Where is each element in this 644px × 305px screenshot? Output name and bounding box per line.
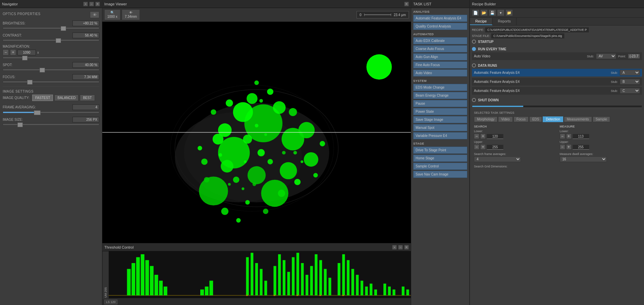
magnification-decrease-btn[interactable]: − [3, 49, 9, 55]
viewer-close-btn[interactable]: ✕ [404, 2, 409, 6]
task-automatic-feature-analysis-e4[interactable]: Automatic Feature Analysis E4 [413, 15, 467, 22]
recipe-tab-reports[interactable]: Reports [492, 18, 517, 25]
contrast-thumb[interactable] [56, 38, 61, 43]
search-upper-increase-btn[interactable]: + [480, 144, 486, 150]
tab-morphology[interactable]: Morphology [474, 116, 497, 122]
threshold-pin-btn[interactable]: ▪ [392, 245, 397, 250]
svg-point-17 [273, 101, 286, 114]
task-coarse-auto-focus[interactable]: Coarse Auto Focus [413, 45, 467, 52]
brightness-slider[interactable] [3, 27, 99, 29]
task-save-stage-image[interactable]: Save Stage Image [413, 116, 467, 123]
measure-upper-value[interactable]: 255 [573, 145, 589, 150]
stub-select-c[interactable]: C [620, 88, 640, 94]
tab-focus[interactable]: Focus [514, 116, 529, 122]
stub-select-av[interactable]: AV [596, 53, 616, 59]
search-lower-increase-btn[interactable]: + [480, 134, 486, 139]
magnification-increase-btn[interactable]: + [10, 49, 16, 55]
search-upper-value[interactable]: 255 [487, 145, 503, 150]
eye-tool-btn[interactable]: 👁 7.34mm [122, 9, 140, 20]
recipe-folder-btn[interactable]: 📁 [505, 9, 513, 16]
data-runs-section: DATA RUNS Automatic Feature Analysis E4 … [472, 63, 642, 95]
recipe-new-btn[interactable]: 📄 [472, 9, 479, 16]
navigator-close-btn[interactable]: ✕ [95, 2, 100, 6]
svg-rect-107 [342, 295, 344, 296]
task-auto-video[interactable]: Auto Video [413, 69, 467, 77]
shut-down-header: SHUT DOWN [472, 98, 642, 102]
measure-upper-increase-btn[interactable]: + [566, 144, 572, 150]
tab-video[interactable]: Video [498, 116, 513, 122]
task-list-panel: TASK LIST ANALYSIS Automatic Feature Ana… [411, 0, 470, 305]
stub-select-a[interactable]: A [620, 70, 640, 75]
contrast-slider[interactable] [3, 39, 99, 41]
spot-thumb[interactable] [40, 68, 45, 72]
tab-sample[interactable]: Sample [593, 116, 610, 122]
spot-slider[interactable] [3, 69, 99, 71]
measure-dwell-select[interactable]: 16 [560, 156, 607, 162]
tab-measurements[interactable]: Measurements [564, 116, 592, 122]
task-drive-to-stage-point[interactable]: Drive To Stage Point [413, 147, 467, 154]
task-beam-energy-change[interactable]: Beam Energy Change [413, 92, 467, 99]
recipe-chevron-btn[interactable]: ▾ [497, 9, 504, 16]
frame-averaging-label: FRAME AVERAGING: [3, 105, 36, 109]
um-label: UM 255 [102, 251, 109, 298]
threshold-chart[interactable] [109, 251, 411, 298]
magnification-value[interactable]: 1090 [17, 50, 36, 55]
brightness-thumb[interactable] [61, 26, 66, 31]
task-power-state[interactable]: Power State [413, 108, 467, 115]
eye-button[interactable]: 👁 [90, 11, 99, 18]
task-variable-pressure-e4[interactable]: Variable Pressure E4 [413, 132, 467, 139]
frame-averaging-value[interactable]: 4 [72, 104, 99, 110]
svg-point-35 [267, 89, 273, 95]
image-size-slider[interactable] [3, 123, 99, 125]
measure-lower-decrease-btn[interactable]: − [560, 134, 565, 139]
navigator-title: Navigator [2, 2, 18, 6]
tab-eds[interactable]: EDS [529, 116, 542, 122]
tab-detection[interactable]: Detection [543, 116, 563, 122]
threshold-minimize-btn[interactable]: − [398, 245, 403, 250]
contrast-value[interactable]: 58.40 % [72, 33, 99, 38]
task-sample-control[interactable]: Sample Control [413, 163, 467, 170]
image-canvas[interactable] [102, 22, 411, 243]
quality-fastest-btn[interactable]: FASTEST [32, 95, 53, 101]
focus-thumb[interactable] [27, 80, 33, 85]
image-size-label-row: IMAGE SIZE: 256 px [3, 117, 99, 122]
task-auto-edx-calibrate[interactable]: Auto EDX Calibrate [413, 37, 467, 44]
magnification-thumb[interactable] [22, 56, 28, 60]
search-frame-avg-select[interactable]: 4 [474, 156, 521, 162]
measure-lower-value[interactable]: 113 [573, 134, 589, 139]
frame-averaging-slider[interactable] [3, 111, 99, 113]
task-manual-spot[interactable]: Manual Spot [413, 124, 467, 131]
task-pause[interactable]: Pause [413, 100, 467, 107]
task-fine-auto-focus[interactable]: Fine Auto Focus [413, 61, 467, 68]
image-size-thumb[interactable] [17, 122, 23, 127]
svg-point-29 [263, 209, 268, 214]
recipe-open-btn[interactable]: 📂 [480, 9, 488, 16]
task-home-stage[interactable]: Home Stage [413, 155, 467, 162]
task-quality-control-analysis[interactable]: Quality Control Analysis [413, 23, 467, 30]
image-size-value[interactable]: 256 px [72, 117, 99, 122]
search-lower-value[interactable]: 120 [487, 134, 503, 139]
search-lower-decrease-btn[interactable]: − [474, 134, 479, 139]
quality-balanced-btn[interactable]: BALANCED [54, 95, 78, 101]
measure-lower-increase-btn[interactable]: + [566, 134, 572, 139]
recipe-tab-recipe[interactable]: Recipe [470, 18, 492, 25]
magnification-slider[interactable] [3, 57, 99, 59]
search-upper-decrease-btn[interactable]: − [474, 144, 479, 150]
zoom-tool-btn[interactable]: 🔍 1000 x [104, 9, 120, 20]
spot-value[interactable]: 40.00 % [72, 62, 99, 68]
focus-value[interactable]: 7.34 mm [72, 74, 99, 80]
viewer-toolbar: 🔍 1000 x 👁 7.34mm 0 23.4 μm [102, 8, 411, 22]
stub-select-b[interactable]: B [620, 79, 640, 85]
navigator-minimize-btn[interactable]: − [89, 2, 94, 6]
threshold-close-btn[interactable]: ✕ [404, 245, 409, 250]
task-eds-mode-change[interactable]: EDS Mode Change [413, 84, 467, 91]
frame-slider-thumb[interactable] [34, 110, 41, 115]
navigator-pin-btn[interactable]: ▪ [83, 2, 88, 6]
task-save-nav-cam-image[interactable]: Save Nav Cam Image [413, 171, 467, 178]
measure-upper-decrease-btn[interactable]: − [560, 144, 565, 150]
quality-best-btn[interactable]: BEST [80, 95, 95, 101]
brightness-value[interactable]: +80.22 % [72, 20, 99, 26]
task-auto-gun-align[interactable]: Auto Gun Align [413, 53, 467, 60]
focus-slider[interactable] [3, 81, 99, 83]
recipe-save-btn[interactable]: 💾 [489, 9, 496, 16]
